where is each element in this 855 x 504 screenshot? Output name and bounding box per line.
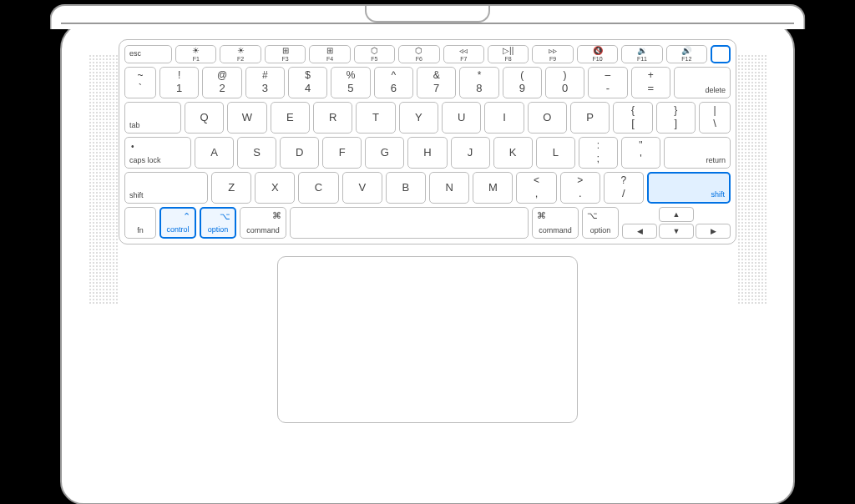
- g-key[interactable]: G: [365, 137, 404, 169]
- f9-key[interactable]: ▹▹F9: [532, 45, 573, 63]
- comma-key[interactable]: <,: [516, 172, 556, 204]
- rparen-symbol: ): [564, 70, 567, 81]
- fn-key[interactable]: fn: [124, 207, 156, 239]
- quote-key[interactable]: "': [621, 137, 660, 169]
- right-arrow-key[interactable]: ▶: [696, 224, 731, 239]
- e-key[interactable]: E: [271, 102, 310, 134]
- plus-symbol: +: [648, 70, 654, 81]
- lid-notch: [365, 6, 490, 23]
- f6-key[interactable]: ⬡F6: [398, 45, 439, 63]
- f7-key[interactable]: ◃◃F7: [443, 45, 484, 63]
- tilde-symbol: ~: [137, 70, 143, 81]
- backslash-key[interactable]: |\: [699, 102, 731, 134]
- semicolon-key[interactable]: :;: [579, 137, 618, 169]
- f2-key[interactable]: ☀F2: [220, 45, 261, 63]
- 9-key[interactable]: (9: [503, 67, 542, 98]
- f11-key[interactable]: 🔉F11: [621, 45, 662, 63]
- left-option-key[interactable]: ⌥option: [200, 207, 236, 239]
- f1-key[interactable]: ☀F1: [175, 45, 216, 63]
- i-key[interactable]: I: [484, 102, 524, 134]
- 1-key[interactable]: !1: [159, 67, 199, 98]
- rbracket-key[interactable]: }]: [656, 102, 696, 134]
- f5-key[interactable]: ⬡F5: [354, 45, 395, 63]
- a-key[interactable]: A: [195, 137, 234, 169]
- letter-g: G: [381, 147, 389, 159]
- arrow-keys: ▲ ◀ ▼ ▶: [622, 207, 731, 239]
- letter-f: F: [339, 147, 346, 159]
- letter-a: A: [210, 147, 218, 159]
- f3-key[interactable]: ⊞F3: [265, 45, 306, 63]
- tab-key[interactable]: tab: [124, 102, 181, 134]
- c-key[interactable]: C: [298, 172, 338, 204]
- b-key[interactable]: B: [386, 172, 426, 204]
- right-option-key[interactable]: ⌥option: [582, 207, 619, 239]
- h-key[interactable]: H: [407, 137, 447, 169]
- z-key[interactable]: Z: [211, 172, 251, 204]
- v-key[interactable]: V: [342, 172, 382, 204]
- backtick-key[interactable]: ~`: [124, 67, 156, 98]
- right-shift-key[interactable]: shift: [647, 172, 731, 204]
- w-key[interactable]: W: [227, 102, 266, 134]
- d-key[interactable]: D: [280, 137, 319, 169]
- dquote-symbol: ": [639, 140, 642, 151]
- f12-key[interactable]: 🔊F12: [666, 45, 707, 63]
- u-key[interactable]: U: [442, 102, 481, 134]
- left-arrow-key[interactable]: ◀: [622, 224, 657, 239]
- 3-key[interactable]: #3: [245, 67, 285, 98]
- p-key[interactable]: P: [570, 102, 610, 134]
- f-key[interactable]: F: [322, 137, 362, 169]
- equals-key[interactable]: +=: [631, 67, 670, 98]
- right-command-key[interactable]: ⌘command: [532, 207, 579, 239]
- letter-h: H: [423, 147, 431, 159]
- f8-key[interactable]: ▷||F8: [488, 45, 529, 63]
- space-bar[interactable]: [290, 207, 529, 239]
- down-arrow-key[interactable]: ▼: [659, 224, 694, 239]
- control-key[interactable]: ⌃control: [159, 207, 196, 239]
- 4-key[interactable]: $4: [288, 67, 327, 98]
- left-command-key[interactable]: ⌘command: [240, 207, 286, 239]
- f7-label: F7: [460, 56, 467, 63]
- equals-symbol: =: [647, 83, 654, 94]
- minus-key[interactable]: –-: [588, 67, 627, 98]
- f4-key[interactable]: ⊞F4: [309, 45, 350, 63]
- dollar-symbol: $: [305, 70, 311, 81]
- x-key[interactable]: X: [255, 172, 295, 204]
- 8-key[interactable]: *8: [459, 67, 498, 98]
- return-key[interactable]: return: [664, 137, 731, 169]
- caps-lock-key[interactable]: •caps lock: [124, 137, 191, 169]
- esc-key[interactable]: esc: [124, 45, 172, 63]
- lbracket-key[interactable]: {[: [613, 102, 652, 134]
- 5-key[interactable]: %5: [331, 67, 370, 98]
- t-key[interactable]: T: [356, 102, 395, 134]
- r-key[interactable]: R: [313, 102, 352, 134]
- 7-key[interactable]: &7: [417, 67, 456, 98]
- s-key[interactable]: S: [237, 137, 276, 169]
- 2-key[interactable]: @2: [202, 67, 241, 98]
- period-key[interactable]: >.: [560, 172, 600, 204]
- down-arrow-icon: ▼: [673, 227, 680, 235]
- up-arrow-key[interactable]: ▲: [659, 207, 694, 222]
- caret-symbol: ^: [391, 70, 396, 81]
- 0-key[interactable]: )0: [545, 67, 584, 98]
- o-key[interactable]: O: [528, 102, 567, 134]
- q-key[interactable]: Q: [185, 102, 224, 134]
- n-key[interactable]: N: [429, 172, 469, 204]
- underscore-symbol: –: [605, 70, 611, 81]
- power-button[interactable]: [711, 45, 731, 63]
- lbracket-symbol: [: [631, 118, 635, 129]
- j-key[interactable]: J: [451, 137, 490, 169]
- k-key[interactable]: K: [493, 137, 533, 169]
- control-icon: ⌃: [183, 211, 190, 221]
- delete-label: delete: [705, 87, 726, 95]
- delete-key[interactable]: delete: [674, 67, 731, 98]
- 6-key[interactable]: ^6: [374, 67, 413, 98]
- caps-label: caps lock: [129, 157, 161, 165]
- slash-key[interactable]: ?/: [604, 172, 644, 204]
- m-key[interactable]: M: [473, 172, 513, 204]
- left-shift-key[interactable]: shift: [124, 172, 208, 204]
- l-key[interactable]: L: [536, 137, 575, 169]
- trackpad[interactable]: [277, 256, 578, 423]
- f10-key[interactable]: 🔇F10: [577, 45, 618, 63]
- y-key[interactable]: Y: [399, 102, 438, 134]
- comma-symbol: ,: [535, 188, 539, 199]
